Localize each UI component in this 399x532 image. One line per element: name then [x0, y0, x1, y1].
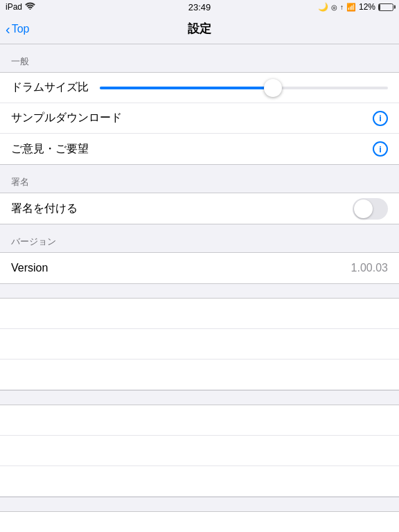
empty-row — [0, 436, 399, 466]
signature-toggle-container — [353, 198, 388, 220]
bluetooth-icon: 📶 — [346, 3, 356, 12]
empty-group-2 — [0, 405, 399, 497]
status-left: iPad — [6, 2, 35, 12]
svg-point-0 — [30, 9, 31, 10]
slider-thumb[interactable] — [264, 79, 282, 97]
empty-group-3 — [0, 511, 399, 532]
arrow-up-icon: ↑ — [340, 3, 344, 11]
drum-size-slider[interactable] — [100, 87, 388, 89]
sample-download-right: i — [373, 111, 388, 126]
location-icon: ◎ — [331, 3, 337, 11]
info-icon-sample[interactable]: i — [373, 111, 388, 126]
table-row-drum-size: ドラムサイズ比 — [0, 73, 399, 103]
table-row-feedback[interactable]: ご意見・ご要望 i — [0, 134, 399, 164]
table-row-signature: 署名を付ける — [0, 193, 399, 224]
table-group-version: Version 1.00.03 — [0, 252, 399, 284]
page-title: 設定 — [188, 21, 211, 37]
empty-row — [0, 360, 399, 390]
moon-icon: 🌙 — [318, 2, 328, 12]
back-arrow-icon: ‹ — [6, 22, 10, 36]
table-row-version: Version 1.00.03 — [0, 253, 399, 283]
section-header-version: バージョン — [0, 224, 399, 252]
feedback-right: i — [373, 141, 388, 157]
status-right: 🌙 ◎ ↑ 📶 12% — [318, 2, 393, 12]
empty-rows-container — [0, 298, 399, 532]
empty-row — [0, 512, 399, 532]
empty-row — [0, 299, 399, 329]
empty-row — [0, 405, 399, 436]
signature-label: 署名を付ける — [11, 202, 78, 216]
battery-percent: 12% — [359, 2, 375, 12]
info-icon-feedback[interactable]: i — [373, 141, 388, 157]
empty-row — [0, 329, 399, 360]
slider-track — [100, 87, 388, 89]
carrier-label: iPad — [6, 2, 22, 12]
feedback-label: ご意見・ご要望 — [11, 142, 89, 157]
back-button[interactable]: ‹ Top — [0, 22, 29, 36]
section-header-general: 一般 — [0, 44, 399, 72]
wifi-icon — [25, 2, 35, 12]
sample-download-label: サンプルダウンロード — [11, 111, 122, 125]
empty-group-1 — [0, 298, 399, 391]
toggle-thumb — [354, 200, 373, 218]
battery-icon — [378, 3, 393, 11]
slider-fill — [100, 87, 273, 89]
status-time: 23:49 — [188, 2, 211, 12]
status-bar: iPad 23:49 🌙 ◎ ↑ 📶 12% — [0, 0, 399, 14]
table-row-sample-download[interactable]: サンプルダウンロード i — [0, 103, 399, 134]
version-value: 1.00.03 — [351, 262, 388, 274]
table-group-general: ドラムサイズ比 サンプルダウンロード i ご意見・ご要望 i — [0, 72, 399, 165]
section-header-signature: 署名 — [0, 165, 399, 193]
nav-bar: ‹ Top 設定 — [0, 14, 399, 44]
drum-size-label: ドラムサイズ比 — [11, 80, 89, 95]
signature-toggle[interactable] — [353, 198, 388, 220]
empty-row — [0, 466, 399, 497]
version-label: Version — [11, 262, 48, 274]
table-group-signature: 署名を付ける — [0, 193, 399, 224]
back-label: Top — [12, 23, 30, 35]
